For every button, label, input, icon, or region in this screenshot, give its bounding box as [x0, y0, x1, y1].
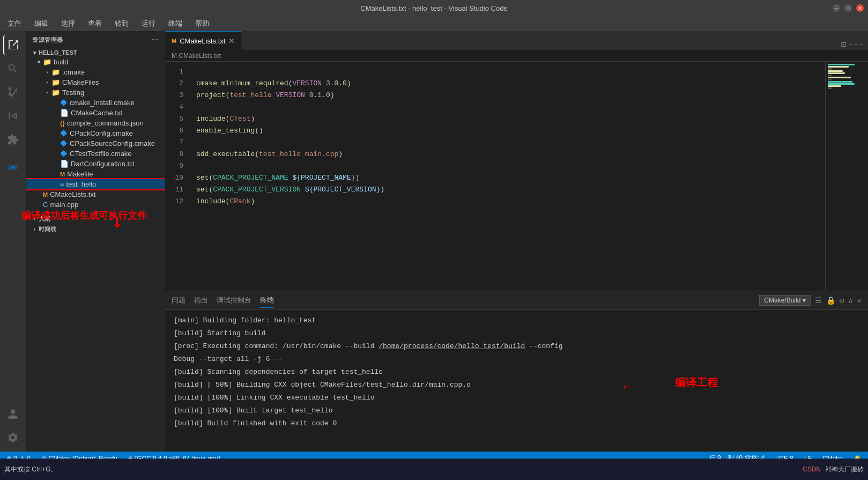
svg-point-1	[12, 166, 14, 169]
menu-file[interactable]: 文件	[5, 18, 24, 29]
cpp-file-icon: C	[43, 201, 48, 209]
panel-tab-output[interactable]: 输出	[194, 293, 208, 307]
breadcrumb: M CMakeLists.txt	[165, 50, 868, 62]
tree-item-cmake-folder[interactable]: › 📁 .cmake	[26, 67, 165, 77]
menu-select[interactable]: 选择	[59, 18, 77, 29]
menu-goto[interactable]: 转到	[113, 18, 131, 29]
menu-bar: 文件 编辑 选择 查看 转到 运行 终端 帮助	[0, 16, 868, 31]
tree-item-makefile[interactable]: M Makefile	[26, 169, 165, 179]
tree-item-cmakelists[interactable]: M CMakeLists.txt	[26, 189, 165, 200]
menu-view[interactable]: 查看	[86, 18, 104, 29]
tab-cmakelists[interactable]: M CMakeLists.txt ✕	[165, 31, 242, 50]
close-button[interactable]: ✕	[856, 4, 864, 12]
tab-close-icon[interactable]: ✕	[228, 36, 235, 45]
code-editor: 12345 678910 1112 cmake_minimum_required…	[165, 62, 868, 291]
panel-area: 问题 输出 调试控制台 终端 CMake/Build ▾ ☰ 🔒 ⊡ ∧ ✕ […	[165, 291, 868, 452]
menu-terminal[interactable]: 终端	[166, 18, 184, 29]
tree-item-cpacksource[interactable]: 🔷 CPackSourceConfig.cmake	[26, 138, 165, 149]
minimize-button[interactable]: ─	[833, 4, 840, 12]
tab-bar-right: ⊡ ···	[841, 39, 868, 50]
cmake-tab-icon: M	[172, 38, 176, 44]
tree-item-ctesttestfile[interactable]: 🔷 CTestTestfile.cmake	[26, 149, 165, 159]
tree-item-maincpp[interactable]: C main.cpp	[26, 200, 165, 210]
tree-item-testing[interactable]: › 📁 Testing	[26, 87, 165, 98]
maximize-button[interactable]: □	[844, 4, 852, 12]
folder-icon: 📁	[51, 78, 60, 86]
folder-icon: 📁	[51, 68, 60, 76]
split-editor-icon[interactable]: ⊡	[841, 39, 847, 50]
settings-icon[interactable]	[3, 428, 23, 447]
taskbar-user: 祁神大厂搬砖	[825, 465, 864, 474]
panel-line-9: [build] Build finished with exit code 0	[174, 417, 859, 430]
more-editor-icon[interactable]: ···	[848, 40, 864, 49]
account-icon[interactable]	[3, 404, 23, 424]
panel-line-3: [proc] Executing command: /usr/bin/cmake…	[174, 340, 859, 353]
window-title: CMakeLists.txt - hello_test - Visual Stu…	[360, 4, 507, 12]
search-icon[interactable]	[3, 59, 23, 78]
makefile-icon: M	[60, 171, 65, 178]
tab-cmakelists-label: CMakeLists.txt	[180, 37, 225, 45]
panel-tab-problems[interactable]: 问题	[172, 293, 186, 307]
panel-tabs: 问题 输出 调试控制台 终端 CMake/Build ▾ ☰ 🔒 ⊡ ∧ ✕	[165, 291, 868, 310]
tree-root-label: HELLO_TEST	[39, 49, 77, 56]
tree-item-build[interactable]: ▾ 📁 build	[26, 57, 165, 67]
cmake-file-icon: 🔷	[60, 99, 68, 106]
folder-icon: 📁	[43, 58, 51, 66]
source-control-icon[interactable]	[3, 83, 23, 102]
panel-dropdown[interactable]: CMake/Build ▾	[759, 295, 810, 306]
panel-content: [main] Building folder: hello_test [buil…	[165, 310, 868, 452]
remote-icon[interactable]	[3, 158, 23, 177]
breadcrumb-file: M CMakeLists.txt	[172, 52, 221, 60]
taskbar-hint: 其中或按 Ctrl+G。	[4, 465, 57, 474]
taskbar-right: CSDN 祁神大厂搬砖	[803, 465, 864, 474]
menu-help[interactable]: 帮助	[193, 18, 211, 29]
panel-line-2: [build] Starting build	[174, 327, 859, 340]
line-numbers: 12345 678910 1112	[165, 62, 192, 291]
extensions-icon[interactable]	[3, 130, 23, 149]
activity-bar	[0, 31, 26, 452]
cmake-file-icon4: 🔷	[60, 150, 68, 157]
txt-file-icon: 📄	[60, 109, 69, 117]
minimap	[825, 62, 868, 291]
tree-item-cpackconfig[interactable]: 🔷 CPackConfig.cmake	[26, 128, 165, 138]
panel-line-6: [build] [ 50%] Building CXX object CMake…	[174, 379, 859, 392]
main-layout: 资源管理器 ··· ▾ HELLO_TEST ▾ 📁 build	[0, 31, 868, 452]
panel-chevron-up-icon[interactable]: ∧	[848, 296, 852, 305]
panel-line-1: [main] Building folder: hello_test	[174, 314, 859, 327]
binary-file-icon: ≡	[60, 180, 64, 188]
cmake-file-icon3: 🔷	[60, 140, 68, 147]
panel-line-4: Debug --target all -j 6 --	[174, 353, 859, 366]
tree-item-dartconfig[interactable]: 📄 DartConfiguration.tcl	[26, 159, 165, 169]
panel-tab-terminal[interactable]: 终端	[260, 293, 274, 308]
taskbar-csdn: CSDN	[803, 466, 821, 473]
panel-line-5: [build] Scanning dependencies of target …	[174, 366, 859, 379]
panel-list-icon[interactable]: ☰	[815, 296, 822, 305]
panel-split-icon[interactable]: ⊡	[840, 296, 844, 305]
menu-run[interactable]: 运行	[139, 18, 158, 29]
panel-line-8: [build] [100%] Built target test_hello	[174, 404, 859, 417]
tree-outline[interactable]: › 大纲	[26, 214, 165, 224]
editor-area: M CMakeLists.txt ✕ ⊡ ··· M CMakeLists.tx…	[165, 31, 868, 452]
tree-timeline[interactable]: › 时间线	[26, 224, 165, 234]
title-bar: CMakeLists.txt - hello_test - Visual Stu…	[0, 0, 868, 16]
tree-item-cmakefiles[interactable]: › 📁 CMakeFiles	[26, 77, 165, 87]
explorer-icon[interactable]	[3, 35, 23, 55]
sidebar-more-icon[interactable]: ···	[152, 35, 159, 44]
panel-lock-icon[interactable]: 🔒	[826, 296, 835, 305]
folder-icon: 📁	[51, 88, 60, 97]
run-debug-icon[interactable]	[3, 106, 23, 125]
panel-right: CMake/Build ▾ ☰ 🔒 ⊡ ∧ ✕	[759, 295, 862, 306]
tree-item-compile-commands[interactable]: {} compile_commands.json	[26, 118, 165, 128]
tree-item-cmakecache[interactable]: 📄 CMakeCache.txt	[26, 108, 165, 118]
panel-tab-debug[interactable]: 调试控制台	[217, 293, 251, 307]
panel-close-icon[interactable]: ✕	[857, 296, 862, 305]
tree-item-cmake-install[interactable]: 🔷 cmake_install.cmake	[26, 98, 165, 108]
code-content[interactable]: cmake_minimum_required(VERSION 3.0.0) pr…	[192, 62, 825, 291]
cmake-root-icon: M	[43, 191, 48, 198]
tcl-file-icon: 📄	[60, 160, 69, 168]
tree-root[interactable]: ▾ HELLO_TEST	[26, 48, 165, 57]
menu-edit[interactable]: 编辑	[32, 18, 50, 29]
panel-line-7: [build] [100%] Linking CXX executable te…	[174, 392, 859, 404]
sidebar: 资源管理器 ··· ▾ HELLO_TEST ▾ 📁 build	[26, 31, 165, 452]
tree-item-test-hello[interactable]: ≡ test_hello	[26, 179, 165, 189]
